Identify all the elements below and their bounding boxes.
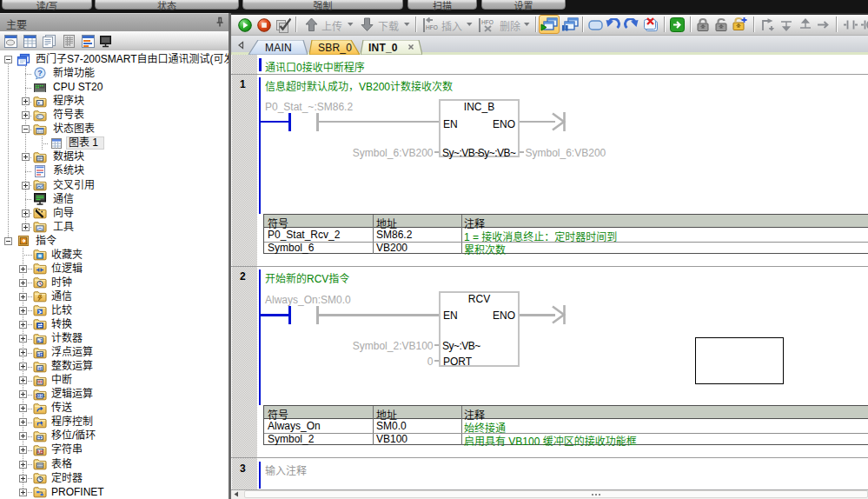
svg-text:MAIN: MAIN (265, 42, 292, 54)
svg-text:HFO: HFO (481, 19, 494, 25)
svg-text:SBR_0: SBR_0 (318, 42, 352, 54)
svg-text:HFO: HFO (426, 24, 438, 30)
svg-text:+1: +1 (37, 337, 44, 343)
svg-text:ttt: ttt (37, 379, 43, 384)
svg-text:±I: ±I (38, 365, 43, 370)
svg-text:AB: AB (36, 449, 43, 454)
svg-text:INT_0: INT_0 (368, 42, 398, 54)
svg-text:±R: ±R (36, 351, 43, 356)
svg-text:1011: 1011 (36, 393, 45, 398)
svg-text:?: ? (37, 69, 43, 77)
